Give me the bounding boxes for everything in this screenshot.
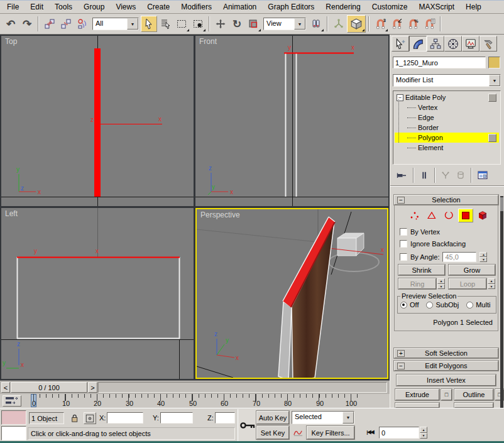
time-slider-thumb[interactable]: 0 / 100	[11, 382, 87, 393]
spinner-down-icon[interactable]: ▼	[488, 284, 495, 290]
spinner-up-icon[interactable]: ▲	[420, 427, 427, 433]
key-icon[interactable]	[239, 420, 256, 431]
angle-snap-button[interactable]	[388, 16, 405, 32]
key-filter-dropdown[interactable]: Selected ▼	[292, 411, 354, 424]
stack-row-edge[interactable]: Edge	[395, 112, 499, 123]
grow-button[interactable]: Grow	[449, 265, 495, 275]
menu-graph-editors[interactable]: Graph Editors	[262, 1, 320, 13]
menu-customize[interactable]: Customize	[366, 1, 414, 13]
rectangular-selection-region-button[interactable]	[173, 16, 190, 32]
x-coord-field[interactable]	[107, 412, 143, 424]
extrude-button[interactable]: Extrude	[395, 389, 439, 400]
insert-vertex-button[interactable]: Insert Vertex	[397, 375, 496, 386]
percent-snap-button[interactable]	[405, 16, 421, 32]
menu-edit[interactable]: Edit	[25, 1, 49, 13]
loop-button[interactable]: Loop	[449, 278, 486, 289]
time-slider-track[interactable]	[98, 382, 387, 393]
viewport-left[interactable]: Left y x z y x	[1, 208, 194, 379]
bind-to-spacewarp-button[interactable]	[74, 16, 90, 32]
collapse-icon[interactable]: −	[397, 197, 405, 204]
edit-polygons-rollout-header[interactable]: − Edit Polygons	[394, 361, 498, 371]
select-and-link-button[interactable]	[41, 16, 58, 32]
ignore-backfacing-checkbox[interactable]	[400, 240, 407, 248]
viewport-perspective-label[interactable]: Perspective	[200, 211, 240, 219]
select-and-move-button[interactable]	[212, 16, 229, 32]
y-coord-field[interactable]	[160, 412, 193, 424]
tab-modify[interactable]	[409, 36, 427, 52]
spinner-down-icon[interactable]: ▼	[437, 284, 445, 290]
snap-3d-button[interactable]	[372, 16, 388, 32]
select-and-scale-button[interactable]	[245, 16, 261, 32]
tab-motion[interactable]	[444, 36, 462, 52]
vertex-subobject-button[interactable]	[407, 209, 422, 222]
selection-lock-toggle[interactable]	[68, 412, 80, 424]
viewport-front-label[interactable]: Front	[199, 37, 217, 46]
dropdown-arrow-icon[interactable]: ▼	[294, 18, 305, 30]
mini-curve-editor-button[interactable]	[3, 395, 21, 407]
menu-help[interactable]: Help	[460, 1, 487, 13]
z-coord-field[interactable]	[215, 412, 235, 424]
tab-create[interactable]	[392, 36, 409, 52]
make-unique-button[interactable]	[438, 169, 453, 182]
undo-button[interactable]: ↶	[3, 16, 19, 32]
extrude-settings-button[interactable]: □	[441, 389, 452, 400]
auto-key-button[interactable]: Auto Key	[256, 411, 289, 424]
loop-spinner[interactable]: ▲ ▼	[488, 278, 495, 289]
object-name-field[interactable]	[393, 57, 486, 68]
current-frame-field[interactable]	[379, 427, 419, 439]
by-vertex-checkbox[interactable]	[400, 228, 407, 236]
stack-onoff-toggle[interactable]	[488, 134, 496, 142]
spinner-down-icon[interactable]: ▼	[420, 433, 427, 439]
time-prev-button[interactable]: <	[1, 382, 10, 393]
tab-display[interactable]	[462, 36, 479, 52]
by-angle-spinner[interactable]: ▲ ▼	[479, 252, 487, 262]
tab-hierarchy[interactable]	[427, 36, 444, 52]
preview-subobj-radio[interactable]	[426, 302, 433, 309]
spinner-down-icon[interactable]: ▼	[479, 257, 487, 262]
stack-row-vertex[interactable]: Vertex	[395, 102, 499, 112]
select-by-name-button[interactable]	[157, 16, 173, 32]
show-end-result-button[interactable]	[417, 169, 432, 182]
preview-multi-radio[interactable]	[466, 302, 473, 309]
outline-button[interactable]: Outline	[454, 389, 493, 400]
menu-views[interactable]: Views	[110, 1, 141, 13]
window-crossing-button[interactable]	[190, 16, 206, 32]
remove-modifier-button[interactable]	[453, 169, 468, 182]
reference-coordinate-dropdown[interactable]: View ▼	[263, 18, 306, 30]
ring-button[interactable]: Ring	[398, 278, 436, 289]
spinner-snap-button[interactable]	[421, 16, 437, 32]
track-bar-ruler[interactable]: 0 10 20 30 40 50 60 70 80 90 100	[25, 394, 377, 408]
panel-scrollbar[interactable]	[500, 196, 503, 408]
snaps-toggle-button[interactable]	[347, 15, 366, 33]
element-subobject-button[interactable]	[475, 209, 490, 222]
viewport-top[interactable]: Top z x y x z	[1, 36, 194, 206]
absolute-mode-toggle[interactable]	[84, 412, 96, 424]
menu-file[interactable]: File	[1, 1, 25, 13]
menu-tools[interactable]: Tools	[49, 1, 78, 13]
time-next-button[interactable]: >	[88, 382, 97, 393]
edge-subobject-button[interactable]	[424, 209, 439, 222]
menu-maxscript[interactable]: MAXScript	[413, 1, 460, 13]
menu-rendering[interactable]: Rendering	[320, 1, 366, 13]
pin-stack-button[interactable]	[393, 169, 410, 182]
spinner-up-icon[interactable]: ▲	[437, 278, 445, 284]
select-and-manipulate-button[interactable]	[331, 16, 347, 32]
frame-spinner[interactable]: ▲ ▼	[420, 427, 427, 439]
menu-animation[interactable]: Animation	[217, 1, 262, 13]
by-angle-field[interactable]	[442, 252, 476, 262]
dropdown-arrow-icon[interactable]: ▼	[342, 412, 354, 424]
selected-wall-top-view[interactable]	[94, 48, 101, 197]
stack-onoff-toggle[interactable]	[488, 94, 496, 102]
viewport-top-label[interactable]: Top	[5, 37, 17, 46]
by-angle-checkbox[interactable]	[400, 253, 407, 261]
stack-row-polygon-selected[interactable]: Polygon	[395, 133, 499, 143]
unlink-selection-button[interactable]	[58, 16, 74, 32]
default-tangent-button[interactable]	[292, 426, 304, 439]
collapse-icon[interactable]: −	[397, 363, 405, 369]
maxscript-mini-listener-white[interactable]	[1, 426, 26, 440]
stack-collapse-icon[interactable]: −	[397, 94, 403, 101]
viewport-left-label[interactable]: Left	[5, 209, 18, 218]
dropdown-arrow-icon[interactable]: ▼	[489, 75, 500, 86]
viewport-perspective[interactable]: Perspective x	[195, 208, 388, 379]
stack-row-element[interactable]: Element	[395, 143, 499, 153]
